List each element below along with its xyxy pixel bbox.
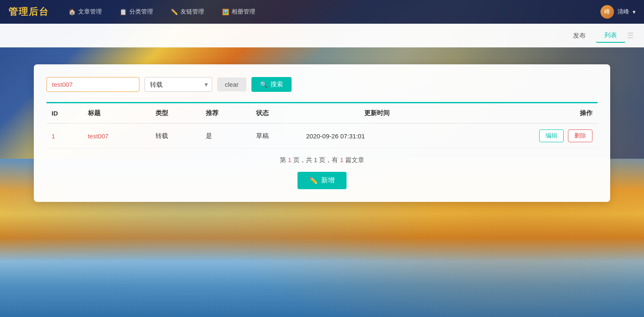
table-header: ID 标题 类型 推荐 状态 更新时间 操作 xyxy=(46,103,598,124)
new-btn-wrapper: ✏️ 新增 xyxy=(46,172,598,189)
th-id: ID xyxy=(46,103,83,124)
edit-button[interactable]: 编辑 xyxy=(539,130,564,142)
pagination-total-pages: 1 xyxy=(314,156,317,163)
th-recommend: 推荐 xyxy=(201,103,251,124)
pagination-middle2: 页，有 xyxy=(317,156,340,163)
category-icon: 📋 xyxy=(120,8,127,15)
pencil-icon: ✏️ xyxy=(309,176,318,185)
cell-recommend: 是 xyxy=(201,124,251,149)
nav-album-label: 相册管理 xyxy=(232,8,255,16)
type-select[interactable]: 转载 原创 翻译 xyxy=(145,77,212,92)
avatar: 峰 xyxy=(600,5,614,19)
album-icon: 🖼️ xyxy=(222,8,229,15)
nav-article[interactable]: 🏠 文章管理 xyxy=(62,6,109,18)
type-select-wrapper: 转载 原创 翻译 ▾ xyxy=(145,77,212,92)
search-row: 转载 原创 翻译 ▾ clear 🔍 搜索 xyxy=(46,77,598,92)
brand-title: 管理后台 xyxy=(8,6,49,18)
new-button[interactable]: ✏️ 新增 xyxy=(297,172,347,189)
pagination-total: 1 xyxy=(340,156,344,163)
navbar: 管理后台 🏠 文章管理 📋 分类管理 ✏️ 友链管理 🖼️ 相册管理 峰 清峰 … xyxy=(0,0,644,24)
clear-button[interactable]: clear xyxy=(217,77,246,91)
tab-list[interactable]: 列表 xyxy=(596,29,625,43)
tab-publish[interactable]: 发布 xyxy=(565,29,594,42)
nav-category-label: 分类管理 xyxy=(129,8,153,16)
cell-updated-at: 2020-09-26 07:31:01 xyxy=(301,124,453,149)
chevron-down-icon: ▾ xyxy=(633,8,636,15)
pagination-suffix: 篇文章 xyxy=(344,156,364,163)
cell-status: 草稿 xyxy=(251,124,301,149)
search-icon: 🔍 xyxy=(260,81,268,88)
user-name: 清峰 xyxy=(617,8,629,16)
th-status: 状态 xyxy=(251,103,301,124)
th-actions: 操作 xyxy=(453,103,598,124)
pagination-prefix: 第 xyxy=(280,156,288,163)
sub-header: 发布 列表 ☰ xyxy=(0,24,644,47)
delete-button[interactable]: 删除 xyxy=(568,130,592,142)
th-type: 类型 xyxy=(150,103,201,124)
home-icon: 🏠 xyxy=(68,8,76,15)
cell-type: 转载 xyxy=(150,124,201,149)
nav-links-label: 友链管理 xyxy=(180,8,204,16)
main-card: 转载 原创 翻译 ▾ clear 🔍 搜索 ID 标题 类型 推荐 状态 xyxy=(34,64,610,202)
content-area: 转载 原创 翻译 ▾ clear 🔍 搜索 ID 标题 类型 推荐 状态 xyxy=(0,47,644,219)
data-table: ID 标题 类型 推荐 状态 更新时间 操作 1 test007 转载 是 草稿… xyxy=(46,102,598,149)
nav-links[interactable]: ✏️ 友链管理 xyxy=(164,6,211,18)
pagination-info: 第 1 页，共 1 页，有 1 篇文章 xyxy=(46,156,598,164)
search-button[interactable]: 🔍 搜索 xyxy=(251,77,292,92)
link-icon: ✏️ xyxy=(171,8,178,15)
nav-category[interactable]: 📋 分类管理 xyxy=(113,6,160,18)
user-menu[interactable]: 峰 清峰 ▾ xyxy=(600,5,636,19)
th-updated-at: 更新时间 xyxy=(301,103,453,124)
menu-icon[interactable]: ☰ xyxy=(627,31,636,40)
search-input[interactable] xyxy=(46,77,139,92)
table-body: 1 test007 转载 是 草稿 2020-09-26 07:31:01 编辑… xyxy=(46,124,598,149)
nav-article-label: 文章管理 xyxy=(78,8,102,16)
table-row: 1 test007 转载 是 草稿 2020-09-26 07:31:01 编辑… xyxy=(46,124,598,149)
search-button-label: 搜索 xyxy=(270,80,283,88)
th-title: 标题 xyxy=(83,103,151,124)
cell-id: 1 xyxy=(46,124,83,149)
new-button-label: 新增 xyxy=(321,176,335,185)
pagination-middle: 页，共 xyxy=(291,156,314,163)
nav-album[interactable]: 🖼️ 相册管理 xyxy=(215,6,262,18)
cell-actions: 编辑 删除 xyxy=(453,124,598,149)
cell-title: test007 xyxy=(83,124,151,149)
